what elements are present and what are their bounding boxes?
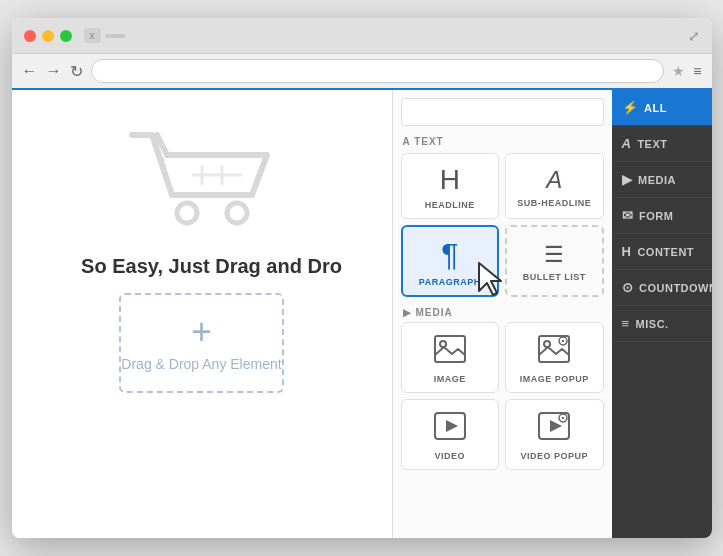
image-tile[interactable]: IMAGE [401,322,500,393]
maximize-button[interactable] [60,30,72,42]
main-content: So Easy, Just Drag and Dro + Drag & Drop… [12,90,712,538]
bullet-list-label: BULLET LIST [523,272,586,282]
video-icon [434,412,466,445]
media-element-grid: IMAGE [401,322,604,470]
back-button[interactable]: ← [22,62,38,80]
page-heading: So Easy, Just Drag and Dro [61,255,342,278]
video-popup-tile[interactable]: VIDEO POPUP [505,399,604,470]
text-element-grid: H HEADLINE A SUB-HEADLINE ¶ PARAGRAPH [401,153,604,297]
sidebar-item-content[interactable]: H CONTENT [612,234,712,270]
traffic-lights [24,30,72,42]
search-bar[interactable] [401,98,604,126]
sidebar-label-misc: MISC. [636,318,702,330]
image-label: IMAGE [434,374,466,384]
misc-icon: ≡ [622,316,630,331]
tab-area: x [84,28,688,43]
media-icon: ▶ [622,172,633,187]
countdown-icon: ⊙ [622,280,634,295]
bookmark-icon[interactable]: ★ [672,63,685,79]
all-icon: ⚡ [622,100,639,115]
sidebar-label-content: CONTENT [637,246,701,258]
video-tile[interactable]: VIDEO [401,399,500,470]
svg-rect-3 [435,336,465,362]
paragraph-icon: ¶ [441,239,458,271]
image-popup-icon [538,335,570,368]
page-canvas: So Easy, Just Drag and Dro + Drag & Drop… [12,90,392,538]
sidebar-label-text: TEXT [637,138,701,150]
media-section-label: ▶MEDIA [403,307,604,318]
sidebar-item-countdown[interactable]: ⊙ COUNTDOWN [612,270,712,306]
forward-button[interactable]: → [46,62,62,80]
browser-bar: ← → ↻ ★ ≡ [12,54,712,90]
address-bar[interactable] [91,59,665,83]
headline-tile[interactable]: H HEADLINE [401,153,500,219]
svg-point-2 [227,203,247,223]
image-icon [434,335,466,368]
browser-window: x ⤢ ← → ↻ ★ ≡ [12,18,712,538]
svg-point-1 [177,203,197,223]
paragraph-tile[interactable]: ¶ PARAGRAPH [401,225,500,297]
close-button[interactable] [24,30,36,42]
cart-section: So Easy, Just Drag and Dro + Drag & Drop… [12,90,392,408]
image-popup-tile[interactable]: IMAGE POPUP [505,322,604,393]
drop-zone[interactable]: + Drag & Drop Any Element [119,293,283,393]
minimize-button[interactable] [42,30,54,42]
bullet-list-icon: ☰ [544,244,564,266]
elements-list: A TEXT H HEADLINE A SUB-HEADLINE ¶ [393,90,612,538]
text-icon: A [622,136,632,151]
drop-plus-icon: + [191,314,212,350]
content-icon: H [622,244,632,259]
video-popup-label: VIDEO POPUP [520,451,588,461]
video-popup-icon [538,412,570,445]
form-icon: ✉ [622,208,634,223]
sidebar-item-all[interactable]: ⚡ ALL [612,90,712,126]
svg-point-4 [440,341,446,347]
headline-label: HEADLINE [425,200,475,210]
image-popup-label: IMAGE POPUP [520,374,589,384]
sidebar-label-media: MEDIA [638,174,702,186]
video-label: VIDEO [434,451,465,461]
sidebar-label-all: ALL [644,102,702,114]
refresh-button[interactable]: ↻ [70,62,83,81]
paragraph-label: PARAGRAPH [419,277,481,287]
sidebar-item-misc[interactable]: ≡ MISC. [612,306,712,342]
sidebar-item-text[interactable]: A TEXT [612,126,712,162]
expand-icon[interactable]: ⤢ [688,28,700,44]
menu-icon[interactable]: ≡ [693,63,701,79]
tab-close-icon[interactable]: x [84,28,101,43]
page-area: So Easy, Just Drag and Dro + Drag & Drop… [12,90,392,538]
elements-panel: A TEXT H HEADLINE A SUB-HEADLINE ¶ [392,90,712,538]
sidebar-item-form[interactable]: ✉ FORM [612,198,712,234]
headline-icon: H [440,166,460,194]
cart-icon [122,120,282,240]
bullet-list-tile[interactable]: ☰ BULLET LIST [505,225,604,297]
right-sidebar: ⚡ ALL A TEXT ▶ MEDIA ✉ FORM [612,90,712,538]
sub-headline-tile[interactable]: A SUB-HEADLINE [505,153,604,219]
text-section-label: A TEXT [403,136,604,147]
sidebar-label-countdown: COUNTDOWN [639,282,712,294]
sidebar-label-form: FORM [639,210,702,222]
svg-point-6 [544,341,550,347]
svg-marker-11 [446,420,458,432]
title-bar: x ⤢ [12,18,712,54]
sub-headline-icon: A [546,168,562,192]
sub-headline-label: SUB-HEADLINE [517,198,591,208]
drop-label: Drag & Drop Any Element [121,356,281,372]
sidebar-item-media[interactable]: ▶ MEDIA [612,162,712,198]
tab-label[interactable] [105,34,125,38]
